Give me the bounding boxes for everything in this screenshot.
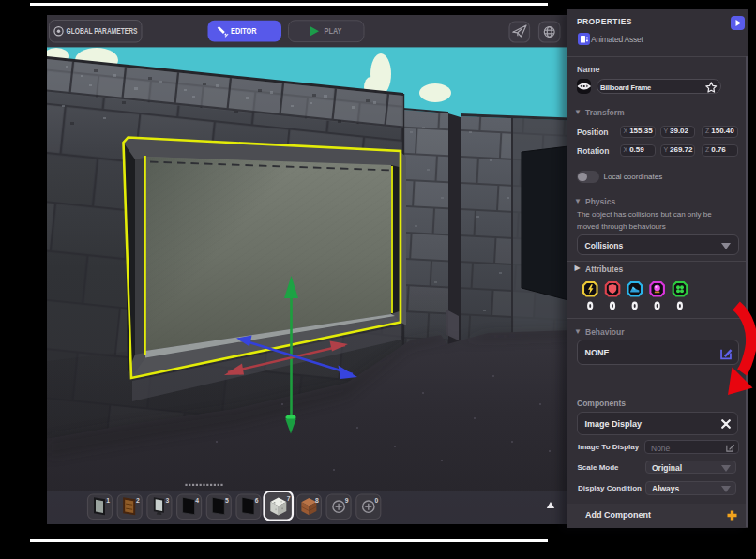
- svg-text:9: 9: [345, 497, 349, 504]
- svg-text:5: 5: [225, 497, 229, 504]
- svg-text:3: 3: [166, 497, 170, 504]
- svg-text:2: 2: [136, 497, 140, 504]
- svg-text:6: 6: [255, 497, 259, 504]
- svg-text:EDITOR: EDITOR: [231, 26, 257, 36]
- svg-text:PLAY: PLAY: [325, 26, 342, 36]
- svg-text:0: 0: [375, 497, 379, 504]
- svg-text:4: 4: [195, 497, 199, 504]
- svg-text:GLOBAL PARAMETERS: GLOBAL PARAMETERS: [67, 26, 138, 36]
- svg-text:1: 1: [106, 497, 110, 504]
- svg-text:8: 8: [315, 497, 319, 504]
- svg-text:7: 7: [287, 495, 291, 502]
